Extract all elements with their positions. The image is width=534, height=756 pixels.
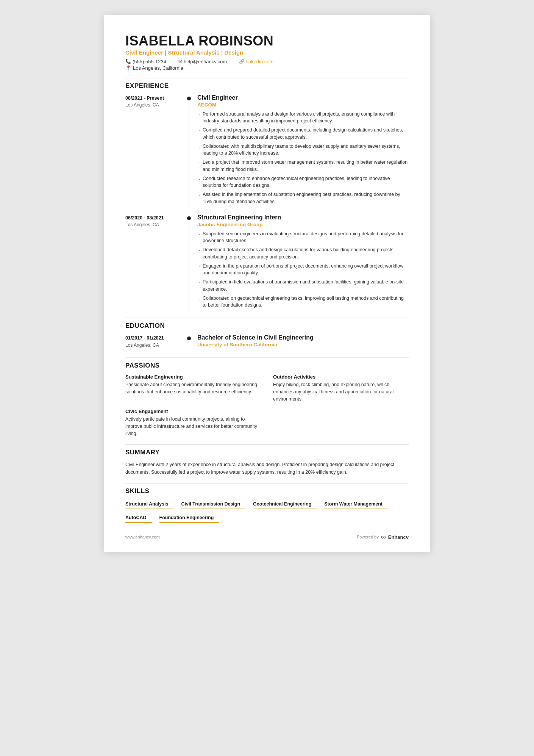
passion-title-0: Sustainable Engineering	[125, 374, 261, 380]
exp-content-0: Civil Engineer AECOM Performed structura…	[192, 94, 409, 207]
phone-number: (555) 555-1234	[133, 59, 166, 64]
summary-section-title: SUMMARY	[125, 449, 409, 456]
linkedin-url: linkedin.com	[246, 59, 273, 64]
brand-name: Enhancv	[388, 534, 409, 540]
header: ISABELLA ROBINSON Civil Engineer | Struc…	[125, 33, 409, 71]
skill-4: AutoCAD	[125, 513, 152, 523]
skill-2: Geotechnical Engineering	[253, 499, 317, 509]
skill-5: Foundation Engineering	[159, 513, 219, 523]
powered-by-label: Powered by	[357, 535, 379, 539]
edu-institution-0: University of Southern California	[197, 342, 409, 347]
footer-brand: Powered by ∞ Enhancv	[357, 533, 409, 541]
education-section-title: EDUCATION	[125, 322, 409, 330]
footer-url: www.enhancv.com	[125, 535, 160, 539]
exp-company-1: Jacobs Engineering Group	[197, 222, 409, 227]
exp-timeline-0	[186, 94, 192, 207]
education-divider	[125, 318, 409, 318]
exp-bullets-0: Performed structural analysis and design…	[197, 111, 409, 205]
bullet-1-4: Collaborated on geotechnical engineering…	[197, 295, 409, 309]
phone-contact: 📞 (555) 555-1234	[125, 59, 166, 64]
bullet-0-4: Conducted research to enhance geotechnic…	[197, 175, 409, 189]
exp-line-1	[189, 222, 189, 311]
passion-title-1: Outdoor Activities	[273, 374, 409, 380]
email-icon: ✉	[178, 59, 182, 64]
edu-content-0: Bachelor of Science in Civil Engineering…	[192, 334, 409, 351]
skills-row-2: AutoCAD Foundation Engineering	[125, 513, 409, 527]
skills-row-1: Structural Analysis Civil Transmission D…	[125, 499, 409, 513]
candidate-title: Civil Engineer | Structural Analysis | D…	[125, 49, 409, 56]
exp-content-1: Structural Engineering Intern Jacobs Eng…	[192, 214, 409, 311]
exp-timeline-1	[186, 214, 192, 311]
bullet-1-1: Developed detail sketches and design cal…	[197, 246, 409, 261]
skills-section-title: SKILLS	[125, 487, 409, 495]
page-footer: www.enhancv.com Powered by ∞ Enhancv	[125, 533, 409, 541]
edu-degree-0: Bachelor of Science in Civil Engineering	[197, 334, 409, 341]
passions-section-title: PASSIONS	[125, 362, 409, 369]
experience-item-1: 06/2020 - 08/2021 Los Angeles, CA Struct…	[125, 214, 409, 311]
skills-section: SKILLS Structural Analysis Civil Transmi…	[125, 487, 409, 527]
passions-grid: Sustainable Engineering Passionate about…	[125, 374, 409, 437]
email-contact: ✉ help@enhancv.com	[178, 59, 227, 64]
exp-bullets-1: Supported senior engineers in evaluating…	[197, 230, 409, 309]
bullet-0-1: Compiled and prepared detailed project d…	[197, 127, 409, 141]
passion-text-2: Actively participate in local community …	[125, 416, 261, 437]
exp-date-col-1: 06/2020 - 08/2021 Los Angeles, CA	[125, 214, 186, 311]
education-item-0: 01/2017 - 01/2021 Los Angeles, CA Bachel…	[125, 334, 409, 351]
edu-date-col-0: 01/2017 - 01/2021 Los Angeles, CA	[125, 334, 186, 351]
bullet-0-2: Collaborated with multidisciplinary team…	[197, 143, 409, 157]
skill-0: Structural Analysis	[125, 499, 173, 509]
passion-item-1: Outdoor Activities Enjoy hiking, rock cl…	[273, 374, 409, 402]
education-section: EDUCATION 01/2017 - 01/2021 Los Angeles,…	[125, 322, 409, 351]
edu-timeline-0	[186, 334, 192, 351]
experience-divider	[125, 78, 409, 78]
passion-title-2: Civic Engagement	[125, 409, 261, 414]
edu-dot-0	[187, 337, 191, 340]
passion-text-0: Passionate about creating environmentall…	[125, 381, 261, 396]
link-icon: 🔗	[239, 59, 245, 64]
exp-location-1: Los Angeles, CA	[125, 222, 186, 227]
summary-section: SUMMARY Civil Engineer with 2 years of e…	[125, 449, 409, 476]
passions-divider	[125, 357, 409, 358]
experience-section-title: EXPERIENCE	[125, 82, 409, 90]
edu-location-0: Los Angeles, CA	[125, 343, 186, 348]
contact-row: 📞 (555) 555-1234 ✉ help@enhancv.com 🔗 li…	[125, 59, 409, 64]
candidate-name: ISABELLA ROBINSON	[125, 33, 409, 49]
summary-text: Civil Engineer with 2 years of experienc…	[125, 461, 409, 476]
bullet-1-0: Supported senior engineers in evaluating…	[197, 230, 409, 245]
passion-text-1: Enjoy hiking, rock climbing, and explori…	[273, 381, 409, 402]
location-text: Los Angeles, California	[133, 65, 183, 71]
exp-company-0: AECOM	[197, 102, 409, 108]
bullet-0-3: Led a project that improved storm water …	[197, 159, 409, 173]
passions-section: PASSIONS Sustainable Engineering Passion…	[125, 362, 409, 437]
enhancv-logo-icon: ∞	[381, 533, 386, 541]
resume-page: ISABELLA ROBINSON Civil Engineer | Struc…	[104, 15, 430, 552]
experience-item-0: 08/2021 - Present Los Angeles, CA Civil …	[125, 94, 409, 207]
exp-dot-1	[187, 216, 191, 220]
exp-location-0: Los Angeles, CA	[125, 102, 186, 108]
exp-dot-0	[187, 97, 191, 100]
experience-section: EXPERIENCE 08/2021 - Present Los Angeles…	[125, 82, 409, 311]
summary-divider	[125, 444, 409, 445]
exp-job-title-0: Civil Engineer	[197, 94, 409, 101]
skill-3: Storm Water Management	[324, 499, 388, 509]
bullet-1-3: Participated in field evaluations of tra…	[197, 279, 409, 293]
exp-job-title-1: Structural Engineering Intern	[197, 214, 409, 221]
email-address: help@enhancv.com	[184, 59, 227, 64]
edu-date-0: 01/2017 - 01/2021	[125, 334, 186, 342]
skill-1: Civil Transmission Design	[181, 499, 245, 509]
bullet-0-0: Performed structural analysis and design…	[197, 111, 409, 125]
bullet-1-2: Engaged in the preparation of portions o…	[197, 263, 409, 277]
exp-date-col-0: 08/2021 - Present Los Angeles, CA	[125, 94, 186, 207]
location-row: 📍 Los Angeles, California	[125, 65, 409, 71]
exp-line-0	[189, 102, 189, 207]
skills-divider	[125, 483, 409, 484]
exp-date-1: 06/2020 - 08/2021	[125, 214, 186, 222]
bullet-0-5: Assisted in the implementation of substa…	[197, 191, 409, 205]
phone-icon: 📞	[125, 59, 131, 64]
linkedin-contact[interactable]: 🔗 linkedin.com	[239, 59, 273, 64]
exp-date-0: 08/2021 - Present	[125, 94, 186, 102]
location-icon: 📍	[125, 65, 131, 71]
passion-item-0: Sustainable Engineering Passionate about…	[125, 374, 261, 402]
passion-item-2: Civic Engagement Actively participate in…	[125, 409, 261, 437]
